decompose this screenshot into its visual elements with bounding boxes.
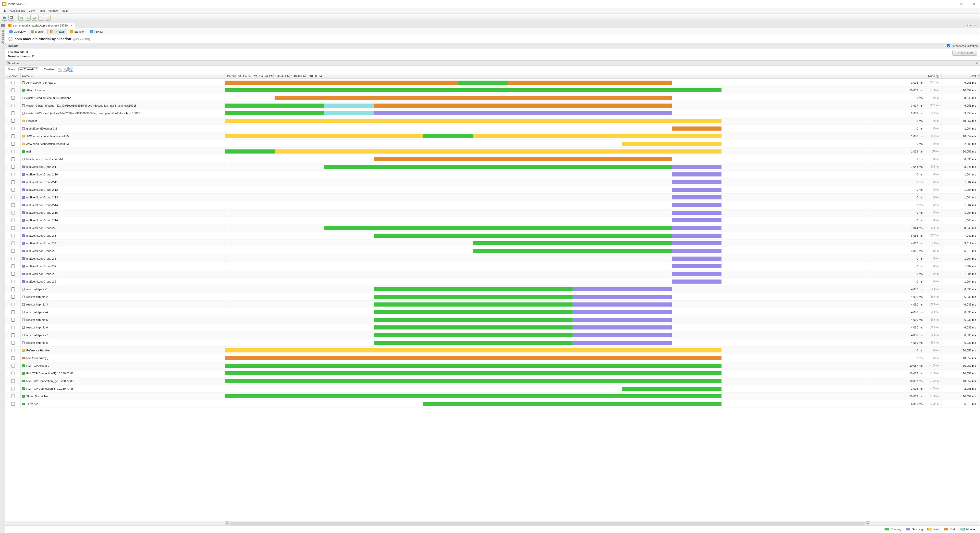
thread-select-checkbox[interactable] xyxy=(11,341,15,344)
thread-select-checkbox[interactable] xyxy=(11,371,15,375)
thread-row[interactable]: nioEventLoopGroup-2-70 ms(0%)1,004 ms xyxy=(5,262,980,270)
thread-row[interactable]: RMI TCP Accept-010,057 ms(100%)10,057 ms xyxy=(5,362,980,370)
toolbar-open-icon[interactable] xyxy=(2,15,7,21)
thread-row[interactable]: Finalizer0 ms(0%)10,057 ms xyxy=(5,117,980,125)
thread-row[interactable]: JMX server connection timeout 251,000 ms… xyxy=(5,132,980,140)
thread-select-checkbox[interactable] xyxy=(11,287,15,291)
thread-select-checkbox[interactable] xyxy=(11,104,15,107)
close-tab-icon[interactable]: × xyxy=(70,24,73,27)
threads-visualization-checkbox[interactable] xyxy=(947,44,950,48)
thread-select-checkbox[interactable] xyxy=(11,111,15,115)
thread-select-checkbox[interactable] xyxy=(11,364,15,368)
thread-select-checkbox[interactable] xyxy=(11,272,15,276)
tab-overview[interactable]: Overview xyxy=(7,29,28,35)
thread-row[interactable]: nioEventLoopGroup-2-100 ms(0%)1,004 ms xyxy=(5,171,980,178)
menu-file[interactable]: File xyxy=(2,9,6,12)
thread-row[interactable]: reactor-http-nio-64,030 ms(66.8%)6,036 m… xyxy=(5,324,980,331)
thread-row[interactable]: nioEventLoopGroup-2-130 ms(0%)1,004 ms xyxy=(5,194,980,201)
thread-select-checkbox[interactable] xyxy=(11,395,15,398)
thread-row[interactable]: Attach Listener10,057 ms(100%)10,057 ms xyxy=(5,86,980,94)
thread-row[interactable]: globalEventExecutor-1-20 ms(0%)1,004 ms xyxy=(5,125,980,132)
thread-select-checkbox[interactable] xyxy=(11,196,15,199)
thread-row[interactable]: nioEventLoopGroup-2-160 ms(0%)1,004 ms xyxy=(5,217,980,224)
menu-applications[interactable]: Applications xyxy=(10,9,25,12)
thread-dump-button[interactable]: Thread Dump xyxy=(953,50,977,56)
toolbar-save-icon[interactable] xyxy=(8,15,14,21)
show-filter-dropdown[interactable]: All Threads xyxy=(18,67,38,71)
maximize-button[interactable]: ▢ xyxy=(958,2,965,6)
toolbar-plugin-icon[interactable] xyxy=(25,15,30,21)
thread-row[interactable]: nioEventLoopGroup-2-27,044 ms(87.5%)8,04… xyxy=(5,224,980,232)
thread-row[interactable]: nioEventLoopGroup-2-17,044 ms(87.5%)8,04… xyxy=(5,163,980,171)
minimize-button[interactable]: — xyxy=(945,2,953,6)
thread-row[interactable]: reactor-http-nio-54,030 ms(66.8%)6,036 m… xyxy=(5,316,980,324)
thread-row[interactable]: JMX server connection timeout 630 ms(0%)… xyxy=(5,140,980,148)
column-total[interactable]: Total ▾ xyxy=(942,73,980,79)
thread-select-checkbox[interactable] xyxy=(11,219,15,222)
thread-select-checkbox[interactable] xyxy=(11,326,15,329)
thread-row[interactable]: nioEventLoopGroup-2-90 ms(0%)1,004 ms xyxy=(5,278,980,286)
thread-select-checkbox[interactable] xyxy=(11,211,15,214)
thread-row[interactable]: RMI Scheduler(0)0 ms(0%)10,057 ms xyxy=(5,354,980,362)
grid-body[interactable]: AsyncGetter-2-thread-11,005 ms(11.1%)9,0… xyxy=(5,79,980,521)
toolbar-snapshot-icon[interactable] xyxy=(18,15,24,21)
thread-select-checkbox[interactable] xyxy=(11,165,15,168)
thread-row[interactable]: MaintenanceTimer-1-thread-10 ms(0%)6,036… xyxy=(5,155,980,163)
thread-select-checkbox[interactable] xyxy=(11,333,15,337)
thread-select-checkbox[interactable] xyxy=(11,241,15,245)
toolbar-gc-icon[interactable] xyxy=(38,15,44,21)
column-name[interactable]: Name ▲ xyxy=(21,73,225,79)
thread-select-checkbox[interactable] xyxy=(11,157,15,161)
thread-select-checkbox[interactable] xyxy=(11,257,15,260)
thread-select-checkbox[interactable] xyxy=(11,249,15,253)
thread-select-checkbox[interactable] xyxy=(11,226,15,230)
thread-select-checkbox[interactable] xyxy=(11,356,15,360)
thread-row[interactable]: AsyncGetter-2-thread-11,005 ms(11.1%)9,0… xyxy=(5,79,980,86)
thread-row[interactable]: Signal Dispatcher10,057 ms(100%)10,057 m… xyxy=(5,392,980,400)
thread-select-checkbox[interactable] xyxy=(11,265,15,268)
thread-select-checkbox[interactable] xyxy=(11,81,15,84)
thread-row[interactable]: cluster-rtt-ClusterId{value='62a32f96ece… xyxy=(5,109,980,117)
thread-select-checkbox[interactable] xyxy=(11,96,15,100)
thread-row[interactable]: RMI TCP Connection(1)-10.230.77.8810,057… xyxy=(5,370,980,377)
thread-row[interactable]: RMI TCP Connection(3)-10.230.77.882,008 … xyxy=(5,385,980,392)
tab-sampler[interactable]: Sampler xyxy=(67,29,87,35)
toolbar-heap-icon[interactable] xyxy=(32,15,37,21)
thread-select-checkbox[interactable] xyxy=(11,89,15,92)
zoom-in-icon[interactable]: 🔍 xyxy=(63,67,68,71)
thread-row[interactable]: reactor-http-nio-74,030 ms(66.8%)6,036 m… xyxy=(5,331,980,339)
toolbar-thread-icon[interactable] xyxy=(45,15,51,21)
thread-row[interactable]: RMI TCP Connection(2)-10.230.77.8810,057… xyxy=(5,377,980,385)
thread-row[interactable]: nioEventLoopGroup-2-36,036 ms(85.7%)7,04… xyxy=(5,232,980,240)
tab-profiler[interactable]: Profiler xyxy=(88,29,106,35)
tab-scroll-right-icon[interactable]: ▸ xyxy=(969,24,972,27)
menu-window[interactable]: Window xyxy=(48,9,58,12)
zoom-fit-icon[interactable]: 🔍 xyxy=(68,67,73,71)
thread-select-checkbox[interactable] xyxy=(11,203,15,207)
tab-threads[interactable]: Threads xyxy=(48,29,67,35)
thread-row[interactable]: nioEventLoopGroup-2-44,015 ms(80%)5,019 … xyxy=(5,240,980,247)
thread-row[interactable]: reactor-http-nio-24,030 ms(66.8%)6,036 m… xyxy=(5,293,980,301)
close-button[interactable]: ✕ xyxy=(970,2,978,6)
thread-select-checkbox[interactable] xyxy=(11,119,15,123)
thread-row[interactable]: nioEventLoopGroup-2-140 ms(0%)1,004 ms xyxy=(5,201,980,209)
tab-dropdown-icon[interactable]: ▾ xyxy=(973,24,976,27)
tab-scroll-left-icon[interactable]: ◂ xyxy=(966,24,969,27)
thread-row[interactable]: main1,008 ms(10%)10,057 ms xyxy=(5,148,980,155)
thread-select-checkbox[interactable] xyxy=(11,234,15,238)
column-running[interactable]: Running xyxy=(870,73,942,79)
tab-monitor[interactable]: Monitor xyxy=(28,29,47,35)
menu-help[interactable]: Help xyxy=(62,9,68,12)
thread-row[interactable]: reactor-http-nio-84,030 ms(66.8%)6,036 m… xyxy=(5,339,980,347)
thread-row[interactable]: nioEventLoopGroup-2-60 ms(0%)1,004 ms xyxy=(5,255,980,262)
thread-select-checkbox[interactable] xyxy=(11,318,15,322)
thread-select-checkbox[interactable] xyxy=(11,349,15,352)
thread-row[interactable]: nioEventLoopGroup-2-54,015 ms(80%)5,019 … xyxy=(5,247,980,255)
menu-tools[interactable]: Tools xyxy=(38,9,45,12)
zoom-out-icon[interactable]: 🔍 xyxy=(58,67,62,71)
thread-row[interactable]: nioEventLoopGroup-2-150 ms(0%)1,004 ms xyxy=(5,209,980,217)
menu-view[interactable]: View xyxy=(29,9,35,12)
thread-select-checkbox[interactable] xyxy=(11,173,15,176)
thread-row[interactable]: cluster-62a32f96ece3996960f98b6e0 ms(0%)… xyxy=(5,94,980,102)
thread-select-checkbox[interactable] xyxy=(11,379,15,383)
